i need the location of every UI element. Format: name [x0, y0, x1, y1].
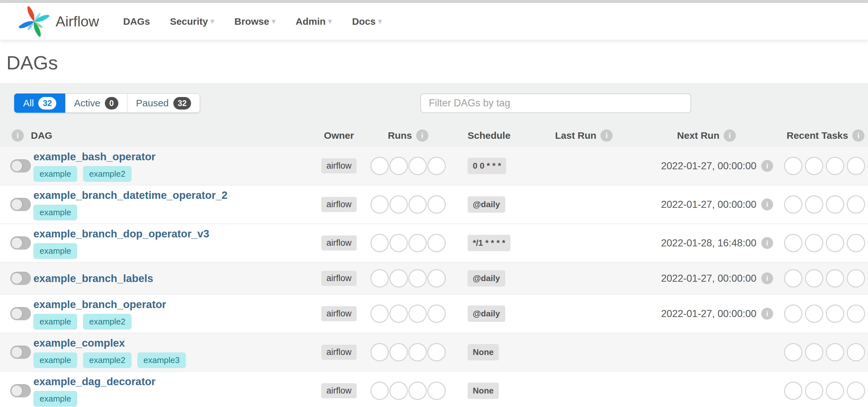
dag-link[interactable]: example_bash_operator: [33, 150, 156, 164]
recent-tasks-circles: [773, 269, 868, 287]
dag-pause-toggle[interactable]: [10, 159, 31, 172]
recent-task-circle[interactable]: [826, 269, 844, 287]
run-status-circle[interactable]: [390, 195, 408, 214]
dag-pause-toggle[interactable]: [10, 198, 31, 211]
run-status-circle[interactable]: [408, 234, 427, 252]
run-status-circle[interactable]: [408, 157, 427, 175]
recent-task-circle[interactable]: [784, 305, 802, 323]
recent-task-circle[interactable]: [826, 305, 844, 323]
run-status-circle[interactable]: [427, 343, 446, 362]
run-status-circle[interactable]: [371, 305, 389, 323]
run-status-circle[interactable]: [390, 382, 408, 400]
recent-task-circle[interactable]: [826, 157, 844, 175]
dag-link[interactable]: example_dag_decorator: [33, 375, 156, 388]
recent-task-circle[interactable]: [847, 195, 865, 214]
dag-link[interactable]: example_complex: [33, 336, 125, 350]
recent-task-circle[interactable]: [847, 157, 865, 175]
run-status-circle[interactable]: [371, 269, 389, 287]
recent-task-circle[interactable]: [805, 305, 823, 323]
dag-pause-toggle[interactable]: [10, 272, 31, 285]
dag-pause-toggle[interactable]: [10, 307, 31, 320]
recent-task-circle[interactable]: [805, 343, 823, 362]
tab-active[interactable]: Active 0: [65, 94, 127, 113]
dag-tags: exampleexample2example3: [33, 352, 186, 368]
dag-link[interactable]: example_branch_labels: [33, 272, 153, 285]
recent-task-circle[interactable]: [847, 305, 865, 323]
dag-tag[interactable]: example: [33, 166, 77, 182]
recent-task-circle[interactable]: [784, 234, 802, 252]
recent-task-circle[interactable]: [847, 382, 865, 400]
nav-item-admin[interactable]: Admin ▾: [286, 16, 342, 27]
run-status-circle[interactable]: [408, 195, 427, 214]
run-status-circle[interactable]: [408, 305, 427, 323]
run-status-circle[interactable]: [427, 157, 446, 175]
recent-task-circle[interactable]: [847, 269, 865, 287]
recent-task-circle[interactable]: [826, 343, 844, 362]
dag-pause-toggle[interactable]: [10, 384, 31, 397]
run-status-circle[interactable]: [371, 234, 389, 252]
nav-item-docs[interactable]: Docs ▾: [342, 16, 392, 27]
run-status-circle[interactable]: [427, 269, 446, 287]
dag-tag[interactable]: example2: [83, 352, 131, 368]
dag-tag[interactable]: example3: [137, 352, 186, 368]
run-status-circle[interactable]: [390, 269, 408, 287]
table-header-row: i DAG Owner Runs i Schedule Last Run i N…: [0, 124, 868, 147]
tab-all[interactable]: All 32: [14, 94, 65, 113]
run-status-circle[interactable]: [371, 195, 389, 214]
recent-task-circle[interactable]: [784, 269, 802, 287]
filter-dags-by-tag-input[interactable]: [420, 94, 691, 113]
run-status-circle[interactable]: [408, 382, 427, 400]
nav-item-security[interactable]: Security ▾: [160, 16, 224, 27]
run-status-circle[interactable]: [408, 269, 427, 287]
dag-tag[interactable]: example: [33, 205, 77, 221]
owner-badge: airflow: [321, 383, 356, 398]
run-status-circle[interactable]: [427, 234, 446, 252]
dag-tag[interactable]: example: [33, 243, 77, 259]
recent-task-circle[interactable]: [784, 157, 802, 175]
run-status-circle[interactable]: [408, 343, 427, 362]
recent-task-circle[interactable]: [826, 195, 844, 214]
table-row: example_complex exampleexample2example3 …: [0, 333, 868, 371]
run-status-circle[interactable]: [371, 157, 389, 175]
recent-task-circle[interactable]: [847, 343, 865, 362]
nav-item-browse[interactable]: Browse ▾: [224, 16, 286, 27]
toggle-knob: [11, 199, 22, 210]
tab-active-count-badge: 0: [105, 97, 118, 109]
run-status-circle[interactable]: [390, 305, 408, 323]
dag-link[interactable]: example_branch_datetime_operator_2: [33, 189, 227, 202]
recent-task-circle[interactable]: [784, 382, 802, 400]
run-status-circle[interactable]: [390, 157, 408, 175]
dag-tag[interactable]: example2: [83, 166, 131, 182]
dag-tag[interactable]: example2: [83, 314, 131, 330]
run-status-circle[interactable]: [371, 382, 389, 400]
recent-task-circle[interactable]: [805, 234, 823, 252]
recent-task-circle[interactable]: [784, 343, 802, 362]
recent-task-circle[interactable]: [826, 382, 844, 400]
run-status-circle[interactable]: [427, 195, 446, 214]
table-row: example_branch_operator exampleexample2 …: [0, 294, 868, 333]
recent-task-circle[interactable]: [805, 269, 823, 287]
dag-link[interactable]: example_branch_operator: [33, 298, 166, 311]
dag-tag[interactable]: example: [33, 314, 77, 330]
recent-task-circle[interactable]: [847, 234, 865, 252]
recent-task-circle[interactable]: [826, 234, 844, 252]
recent-task-circle[interactable]: [805, 195, 823, 214]
recent-task-circle[interactable]: [784, 195, 802, 214]
next-run-value: 2022-01-27, 00:00:00: [661, 160, 756, 172]
recent-task-circle[interactable]: [805, 157, 823, 175]
run-status-circle[interactable]: [427, 305, 446, 323]
airflow-brand-link[interactable]: Airflow: [18, 5, 99, 38]
nav-item-dags[interactable]: DAGs: [113, 16, 160, 27]
dag-link[interactable]: example_branch_dop_operator_v3: [33, 227, 209, 241]
run-status-circle[interactable]: [390, 234, 408, 252]
dag-pause-toggle[interactable]: [10, 236, 31, 249]
dag-pause-toggle[interactable]: [10, 346, 31, 359]
recent-task-circle[interactable]: [805, 382, 823, 400]
dag-tag[interactable]: example: [33, 352, 77, 368]
run-status-circle[interactable]: [390, 343, 408, 362]
run-status-circle[interactable]: [427, 382, 446, 400]
tab-paused[interactable]: Paused 32: [127, 94, 200, 113]
recent-tasks-circles: [773, 157, 868, 175]
run-status-circle[interactable]: [371, 343, 389, 362]
dag-tag[interactable]: example: [33, 391, 77, 407]
